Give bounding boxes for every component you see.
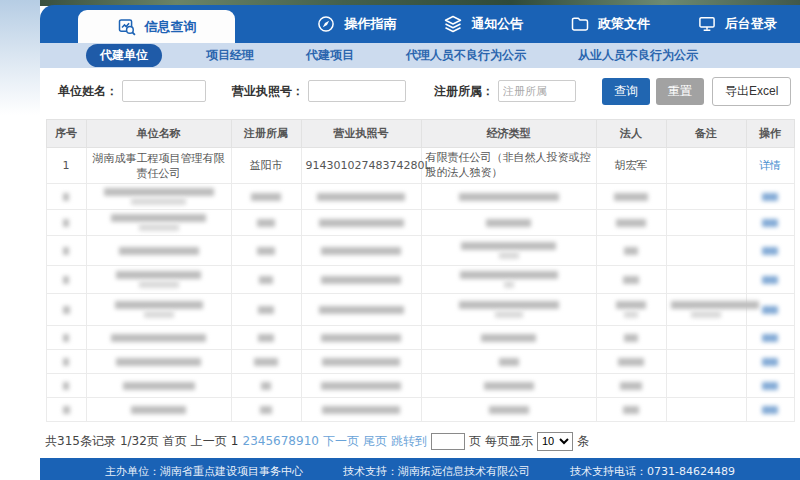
page-number-links: 2345678910 (243, 434, 319, 448)
page-link-6[interactable]: 6 (273, 434, 281, 448)
redacted-cell (231, 210, 301, 236)
page-link-5[interactable]: 5 (265, 434, 273, 448)
table-row (46, 266, 794, 294)
redacted-cell (421, 266, 596, 294)
redacted-cell (421, 326, 596, 350)
license-input[interactable] (308, 80, 406, 102)
subnav-item-project-managers[interactable]: 项目经理 (206, 47, 254, 64)
redacted-cell (301, 374, 421, 398)
redacted-cell (86, 294, 231, 326)
table-header-row: 序号单位名称注册所属营业执照号经济类型法人备注操作 (46, 120, 794, 148)
unit-name-input[interactable] (122, 80, 206, 102)
nav-tab-policy-files[interactable]: 政策文件 (547, 5, 674, 43)
redacted-cell (231, 398, 301, 422)
redacted-action-cell[interactable] (746, 326, 794, 350)
prev-page-link[interactable]: 上一页 (191, 433, 227, 450)
redacted-cell (231, 184, 301, 210)
per-page-select[interactable]: 10 (537, 432, 573, 451)
page-link-10[interactable]: 10 (304, 434, 319, 448)
search-form: 单位姓名： 营业执照号： 注册所属： 查询 重置 导出Excel (40, 68, 800, 114)
per-page-unit-label: 条 (577, 433, 589, 450)
table-row (46, 210, 794, 236)
redacted-cell (46, 210, 86, 236)
page-link-3[interactable]: 3 (250, 434, 258, 448)
detail-link[interactable]: 详情 (759, 159, 781, 172)
footer-organizer: 主办单位：湖南省重点建设项目事务中心 (105, 464, 303, 479)
footer-tech-support: 技术支持：湖南拓远信息技术有限公司 (343, 464, 530, 479)
redacted-action-cell[interactable] (746, 210, 794, 236)
export-excel-button[interactable]: 导出Excel (712, 77, 791, 106)
page-link-8[interactable]: 8 (288, 434, 296, 448)
redacted-cell (421, 398, 596, 422)
redacted-cell (666, 236, 746, 266)
nav-tab-info-query[interactable]: 信息查询 (78, 10, 235, 43)
redacted-action-cell[interactable] (746, 350, 794, 374)
redacted-cell (46, 294, 86, 326)
next-page-link[interactable]: 下一页 (323, 433, 359, 450)
table-cell: 有限责任公司（非自然人投资或控股的法人独资） (421, 148, 596, 184)
subnav-item-practitioner-misconduct[interactable]: 从业人员不良行为公示 (578, 47, 698, 64)
table-cell: 益阳市 (231, 148, 301, 184)
redacted-cell (666, 266, 746, 294)
last-page-link[interactable]: 尾页 (363, 433, 387, 450)
table-cell: 胡宏军 (596, 148, 666, 184)
monitor-icon (697, 14, 717, 34)
table-cell (666, 148, 746, 184)
redacted-cell (421, 210, 596, 236)
column-header: 操作 (746, 120, 794, 148)
redacted-cell (596, 294, 666, 326)
redacted-cell (666, 184, 746, 210)
table-row (46, 398, 794, 422)
redacted-cell (596, 374, 666, 398)
page-link-2[interactable]: 2 (243, 434, 251, 448)
license-label: 营业执照号： (232, 83, 304, 100)
redacted-action-cell[interactable] (746, 266, 794, 294)
table-row: 1湖南成事工程项目管理有限责任公司益阳市91430102748374280L有限… (46, 148, 794, 184)
redacted-action-cell[interactable] (746, 294, 794, 326)
nav-tab-operation-guide[interactable]: 操作指南 (293, 5, 420, 43)
redacted-cell (666, 398, 746, 422)
per-page-label: 每页显示 (485, 433, 533, 450)
redacted-cell (666, 210, 746, 236)
folder-icon (570, 14, 590, 34)
nav-tab-notices[interactable]: 通知公告 (420, 5, 547, 43)
redacted-cell (301, 398, 421, 422)
first-page-link[interactable]: 首页 (163, 433, 187, 450)
redacted-action-cell[interactable] (746, 374, 794, 398)
nav-tab-label: 操作指南 (344, 15, 396, 33)
redacted-action-cell[interactable] (746, 236, 794, 266)
nav-tab-admin-login[interactable]: 后台登录 (673, 5, 800, 43)
page-indicator: 1/32页 (120, 433, 159, 450)
subnav-item-agent-staff-misconduct[interactable]: 代理人员不良行为公示 (406, 47, 526, 64)
table-cell: 湖南成事工程项目管理有限责任公司 (86, 148, 231, 184)
top-nav: 信息查询操作指南通知公告政策文件后台登录 (40, 5, 800, 43)
jump-page-input[interactable] (431, 433, 465, 450)
query-button[interactable]: 查询 (602, 78, 650, 105)
page: 信息查询操作指南通知公告政策文件后台登录 代建单位项目经理代建项目代理人员不良行… (0, 0, 800, 480)
region-input[interactable] (498, 80, 576, 102)
footer-tech-phone: 技术支持电话：0731-84624489 (570, 464, 735, 479)
redacted-cell (421, 236, 596, 266)
redacted-cell (301, 294, 421, 326)
page-link-9[interactable]: 9 (296, 434, 304, 448)
redacted-cell (86, 184, 231, 210)
redacted-cell (231, 326, 301, 350)
redacted-cell (421, 184, 596, 210)
reset-button[interactable]: 重置 (656, 78, 704, 105)
table-row (46, 374, 794, 398)
redacted-cell (231, 236, 301, 266)
redacted-cell (596, 210, 666, 236)
redacted-cell (301, 236, 421, 266)
table-row (46, 326, 794, 350)
redacted-cell (596, 326, 666, 350)
redacted-cell (46, 236, 86, 266)
subnav-item-agent-projects[interactable]: 代建项目 (306, 47, 354, 64)
subnav-item-agent-units[interactable]: 代建单位 (86, 44, 162, 67)
redacted-action-cell[interactable] (746, 398, 794, 422)
redacted-action-cell[interactable] (746, 184, 794, 210)
column-header: 单位名称 (86, 120, 231, 148)
redacted-cell (231, 266, 301, 294)
table-cell-action: 详情 (746, 148, 794, 184)
redacted-cell (596, 266, 666, 294)
redacted-cell (86, 374, 231, 398)
